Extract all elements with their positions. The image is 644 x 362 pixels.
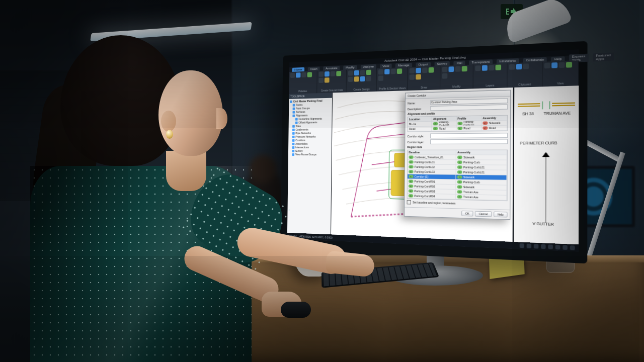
prospector-tree[interactable]: Civil Master Parking Final PointsPoint G…: [287, 98, 332, 235]
ribbon-icon[interactable]: [360, 76, 365, 82]
statusbar-icon[interactable]: [541, 244, 546, 249]
ribbon-icon[interactable]: [544, 63, 550, 69]
ribbon-icon[interactable]: [422, 67, 428, 73]
ribbon-icon[interactable]: [384, 69, 389, 74]
ribbon-group[interactable]: Modify: [441, 64, 473, 89]
alignment-grid[interactable]: LocationAlignmentProfileAssemblyBL-1a⎌Pa…: [408, 115, 508, 132]
ribbon-icon[interactable]: [495, 64, 501, 70]
layer-label: Corridor layer:: [407, 140, 428, 144]
statusbar-icon[interactable]: [555, 245, 560, 250]
layout-tab[interactable]: Model: [290, 234, 296, 238]
ribbon-group[interactable]: Create Ground Data: [317, 70, 347, 94]
ribbon-icon[interactable]: [455, 66, 460, 72]
name-label: Name:: [408, 101, 429, 105]
ribbon-tab[interactable]: View: [380, 63, 391, 68]
ribbon-icon[interactable]: [461, 66, 467, 71]
ribbon-icon[interactable]: [354, 76, 359, 82]
ribbon-icon[interactable]: [366, 70, 371, 75]
ribbon-icon[interactable]: [410, 74, 415, 80]
toolspace-panel[interactable]: TOOLSPACE Civil Master Parking Final Poi…: [287, 93, 333, 234]
ribbon-tab[interactable]: Insert: [308, 66, 320, 71]
ribbon-icon[interactable]: [360, 70, 365, 75]
ribbon-icon[interactable]: [442, 67, 447, 72]
ribbon-group[interactable]: Draw: [409, 66, 440, 90]
ribbon-icon[interactable]: [410, 68, 415, 73]
ribbon-icon[interactable]: [366, 76, 371, 81]
ribbon-group[interactable]: Clipboard: [508, 62, 542, 87]
ribbon-icon[interactable]: [378, 69, 383, 75]
cancel-button[interactable]: Cancel: [475, 211, 492, 217]
ribbon-icon[interactable]: [325, 77, 330, 82]
ribbon-icon[interactable]: [378, 75, 383, 81]
ribbon-icon[interactable]: [331, 71, 336, 76]
ribbon-group[interactable]: Layers: [473, 63, 507, 89]
statusbar-icon[interactable]: [548, 244, 553, 249]
cad-app[interactable]: Autodesk Civil 3D 2024 — Civil Master Pa…: [287, 49, 579, 251]
statusbar-icon[interactable]: [562, 245, 568, 250]
ribbon-icon[interactable]: [416, 68, 422, 73]
ribbon-icon[interactable]: [416, 74, 422, 79]
ribbon-icon[interactable]: [516, 64, 522, 70]
label-gutter: V GUTTER: [533, 222, 554, 226]
ok-button[interactable]: OK: [461, 211, 473, 217]
side-viewport[interactable]: SH 38 TRUMAN AVE PERIMETER CURB V GUTTER: [513, 85, 579, 244]
ribbon-icon[interactable]: [318, 78, 324, 83]
ribbon-icon[interactable]: [354, 70, 359, 76]
ribbon-tab[interactable]: Help: [551, 56, 565, 61]
ribbon-group[interactable]: Profile & Section Views: [377, 67, 408, 92]
ribbon-icon[interactable]: [290, 73, 295, 78]
statusbar-icon[interactable]: [520, 243, 524, 248]
ribbon-icon[interactable]: [325, 71, 330, 77]
ceiling-light: [90, 22, 252, 42]
style-field[interactable]: [430, 133, 508, 138]
monitor: Autodesk Civil 3D 2024 — Civil Master Pa…: [280, 41, 587, 264]
tree-node[interactable]: Intersections: [289, 146, 331, 149]
name-field[interactable]: Corridor Parking Area: [431, 98, 508, 105]
label-curb: PERIMETER CURB: [520, 141, 557, 145]
ribbon-icon[interactable]: [448, 66, 454, 72]
ribbon-icon[interactable]: [475, 65, 480, 71]
ribbon-icon[interactable]: [348, 76, 353, 82]
coords-readout: 4836.8326, 3270.4911, 0.0000: [299, 235, 333, 239]
ribbon-icon[interactable]: [429, 67, 434, 73]
ribbon-icon[interactable]: [481, 65, 487, 71]
create-corridor-dialog[interactable]: Create Corridor Name:Corridor Parking Ar…: [404, 90, 511, 220]
drawing-canvas[interactable]: Create Corridor Name:Corridor Parking Ar…: [331, 87, 513, 242]
ribbon-icon[interactable]: [523, 63, 529, 69]
statusbar-icon[interactable]: [527, 243, 531, 248]
checkbox-icon[interactable]: [407, 200, 411, 205]
desc-field[interactable]: [430, 105, 508, 111]
ribbon-icon[interactable]: [296, 72, 301, 77]
desc-label: Description:: [408, 107, 429, 111]
ribbon-icon[interactable]: [319, 71, 324, 76]
ribbon-icon[interactable]: [307, 72, 312, 77]
ribbon-icon[interactable]: [397, 68, 402, 74]
layer-field[interactable]: [430, 139, 508, 144]
ribbon-icon[interactable]: [489, 65, 494, 70]
ribbon-icon[interactable]: [509, 64, 515, 70]
statusbar-icon[interactable]: [534, 244, 538, 248]
tree-node[interactable]: View Frame Groups: [289, 153, 331, 156]
ribbon-tab[interactable]: Featured Apps: [593, 52, 614, 61]
section-region: Region lists: [407, 145, 508, 149]
region-grid[interactable]: BaselineAssembly⎌Culdesac_Transition_01⎌…: [407, 150, 508, 202]
ribbon-icon[interactable]: [551, 62, 557, 68]
style-label: Corridor style:: [408, 134, 429, 138]
ribbon-icon[interactable]: [301, 72, 306, 77]
ribbon-icon[interactable]: [558, 62, 565, 68]
ribbon-icon[interactable]: [348, 70, 353, 76]
ribbon-icon[interactable]: [566, 62, 572, 68]
ribbon-group[interactable]: View: [543, 60, 579, 86]
ribbon-icon[interactable]: [442, 73, 447, 79]
help-button[interactable]: Help: [494, 212, 508, 218]
label-truman: TRUMAN AVE: [543, 111, 571, 116]
ribbon-icon[interactable]: [336, 71, 341, 76]
ribbon-group[interactable]: Palettes: [289, 71, 317, 94]
ribbon-tab[interactable]: Rail: [454, 60, 465, 65]
label-sh38: SH 38: [522, 112, 534, 116]
set-baseline-check[interactable]: Set baseline and region parameters: [413, 201, 455, 205]
ribbon-group[interactable]: Create Design: [347, 68, 377, 93]
statusbar-icon[interactable]: [570, 245, 575, 250]
ribbon-icon[interactable]: [391, 69, 396, 74]
tree-node[interactable]: Survey: [289, 149, 331, 153]
